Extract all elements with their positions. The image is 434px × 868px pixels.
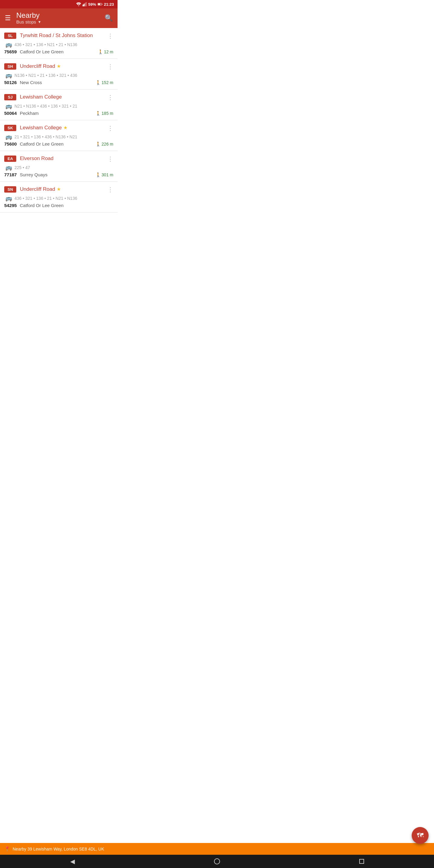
stop-distance: 🚶12 m xyxy=(98,50,113,54)
stop-name: Undercliff Road ★ xyxy=(20,186,104,192)
stop-destination: Catford Or Lee Green xyxy=(20,203,64,208)
stop-badge: SH xyxy=(4,63,16,70)
stop-name: Elverson Road xyxy=(20,156,104,161)
walk-icon: 🚶 xyxy=(96,142,101,147)
stop-badge: EA xyxy=(4,156,16,162)
more-options-button[interactable]: ⋮ xyxy=(107,63,113,70)
stop-routes: 225 • 47 xyxy=(14,165,30,170)
stop-item[interactable]: SH Undercliff Road ★ ⋮ 🚌 N136 • N21 • 21… xyxy=(0,59,118,90)
stop-id-dest: 75600 Catford Or Lee Green xyxy=(4,141,64,147)
stop-badge: SL xyxy=(4,33,16,39)
stop-id-dest: 77187 Surrey Quays xyxy=(4,172,47,177)
wifi-icon xyxy=(76,2,81,6)
more-options-button[interactable]: ⋮ xyxy=(107,32,113,39)
stop-item[interactable]: SJ Lewisham College ⋮ 🚌 N21 • N136 • 436… xyxy=(0,90,118,120)
stop-name: Lewisham College ★ xyxy=(20,125,104,131)
stop-destination: Catford Or Lee Green xyxy=(20,141,64,147)
stop-item[interactable]: SL Tyrwhitt Road / St Johns Station ⋮ 🚌 … xyxy=(0,28,118,59)
status-icons: 59% ⚡ 21:23 xyxy=(76,2,114,7)
svg-text:⚡: ⚡ xyxy=(98,4,99,5)
star-icon: ★ xyxy=(63,125,67,130)
svg-rect-4 xyxy=(86,2,87,6)
stop-id-dest: 50064 Peckham xyxy=(4,111,38,116)
header-left: ☰ Nearby Bus stops ▼ xyxy=(5,11,41,24)
stop-item[interactable]: EA Elverson Road ⋮ 🚌 225 • 47 77187 Surr… xyxy=(0,151,118,182)
stop-destination: Surrey Quays xyxy=(20,172,48,177)
clock: 21:23 xyxy=(104,2,114,7)
subtitle-row: Bus stops ▼ xyxy=(16,19,41,24)
svg-point-0 xyxy=(78,5,79,6)
search-button[interactable]: 🔍 xyxy=(104,14,113,22)
bus-icon: 🚌 xyxy=(5,195,12,202)
stop-id: 54295 xyxy=(4,203,17,208)
stop-id: 50064 xyxy=(4,111,17,116)
stop-footer: 75659 Catford Or Lee Green 🚶12 m xyxy=(4,49,113,54)
header-title-block: Nearby Bus stops ▼ xyxy=(16,11,41,24)
stop-footer: 50126 New Cross 🚶152 m xyxy=(4,80,113,85)
stop-list: SL Tyrwhitt Road / St Johns Station ⋮ 🚌 … xyxy=(0,28,118,213)
bus-icon: 🚌 xyxy=(5,164,12,171)
star-icon: ★ xyxy=(57,64,61,69)
more-options-button[interactable]: ⋮ xyxy=(107,155,113,162)
walk-icon: 🚶 xyxy=(96,111,101,116)
battery-percent: 59% xyxy=(88,2,96,7)
stop-id-dest: 75659 Catford Or Lee Green xyxy=(4,49,64,54)
bus-icon: 🚌 xyxy=(5,72,12,79)
stop-routes-row: 🚌 N136 • N21 • 21 • 136 • 321 • 436 xyxy=(4,72,113,79)
stop-destination: Catford Or Lee Green xyxy=(20,49,64,54)
bus-icon: 🚌 xyxy=(5,133,12,140)
stop-header: SN Undercliff Road ★ ⋮ xyxy=(4,185,113,193)
stop-id: 75659 xyxy=(4,49,17,54)
stop-routes-row: 🚌 N21 • N136 • 436 • 136 • 321 • 21 xyxy=(4,103,113,110)
more-options-button[interactable]: ⋮ xyxy=(107,94,113,101)
svg-rect-3 xyxy=(85,3,86,6)
stop-name: Lewisham College xyxy=(20,94,104,100)
stop-routes-row: 🚌 436 • 321 • 136 • 21 • N21 • N136 xyxy=(4,195,113,202)
stop-id-dest: 50126 New Cross xyxy=(4,80,42,85)
stop-item[interactable]: SK Lewisham College ★ ⋮ 🚌 21 • 321 • 136… xyxy=(0,120,118,151)
stop-routes: 436 • 321 • 136 • 21 • N21 • N136 xyxy=(14,196,77,201)
stop-destination: New Cross xyxy=(20,80,42,85)
bus-icon: 🚌 xyxy=(5,103,12,110)
svg-rect-1 xyxy=(83,4,84,6)
svg-rect-2 xyxy=(84,4,84,6)
walk-icon: 🚶 xyxy=(98,50,103,54)
stop-routes: N21 • N136 • 436 • 136 • 321 • 21 xyxy=(14,104,77,108)
more-options-button[interactable]: ⋮ xyxy=(107,124,113,132)
stop-badge: SK xyxy=(4,125,16,131)
battery-icon: ⚡ xyxy=(98,3,102,6)
stop-footer: 50064 Peckham 🚶185 m xyxy=(4,111,113,116)
menu-button[interactable]: ☰ xyxy=(5,14,11,22)
stop-footer: 77187 Surrey Quays 🚶301 m xyxy=(4,172,113,177)
stop-name: Undercliff Road ★ xyxy=(20,63,104,69)
stop-name: Tyrwhitt Road / St Johns Station xyxy=(20,33,104,38)
category-label[interactable]: Bus stops xyxy=(16,19,36,24)
stop-header: SK Lewisham College ★ ⋮ xyxy=(4,124,113,132)
stop-badge: SN xyxy=(4,186,16,193)
stop-routes-row: 🚌 436 • 321 • 136 • N21 • 21 • N136 xyxy=(4,41,113,48)
stop-distance: 🚶152 m xyxy=(96,80,113,85)
walk-icon: 🚶 xyxy=(96,80,101,85)
stop-id: 77187 xyxy=(4,172,17,177)
stop-routes: N136 • N21 • 21 • 136 • 321 • 436 xyxy=(14,73,77,78)
stop-header: SJ Lewisham College ⋮ xyxy=(4,93,113,101)
status-bar: 59% ⚡ 21:23 xyxy=(0,0,118,8)
stop-destination: Peckham xyxy=(20,111,39,116)
stop-routes: 21 • 321 • 136 • 436 • N136 • N21 xyxy=(14,134,77,139)
stop-badge: SJ xyxy=(4,94,16,100)
stop-distance: 🚶301 m xyxy=(96,173,113,177)
stop-distance: 🚶185 m xyxy=(96,111,113,116)
stop-id: 75600 xyxy=(4,141,17,147)
stop-id-dest: 54295 Catford Or Lee Green xyxy=(4,203,64,208)
stop-routes-row: 🚌 21 • 321 • 136 • 436 • N136 • N21 xyxy=(4,133,113,140)
stop-id: 50126 xyxy=(4,80,17,85)
page-title: Nearby xyxy=(16,11,41,19)
stop-routes: 436 • 321 • 136 • N21 • 21 • N136 xyxy=(14,42,77,47)
stop-header: EA Elverson Road ⋮ xyxy=(4,155,113,162)
header: ☰ Nearby Bus stops ▼ 🔍 xyxy=(0,8,118,28)
walk-icon: 🚶 xyxy=(96,173,101,177)
more-options-button[interactable]: ⋮ xyxy=(107,186,113,193)
stop-item[interactable]: SN Undercliff Road ★ ⋮ 🚌 436 • 321 • 136… xyxy=(0,182,118,213)
dropdown-arrow-icon[interactable]: ▼ xyxy=(38,20,41,24)
stop-header: SH Undercliff Road ★ ⋮ xyxy=(4,62,113,70)
